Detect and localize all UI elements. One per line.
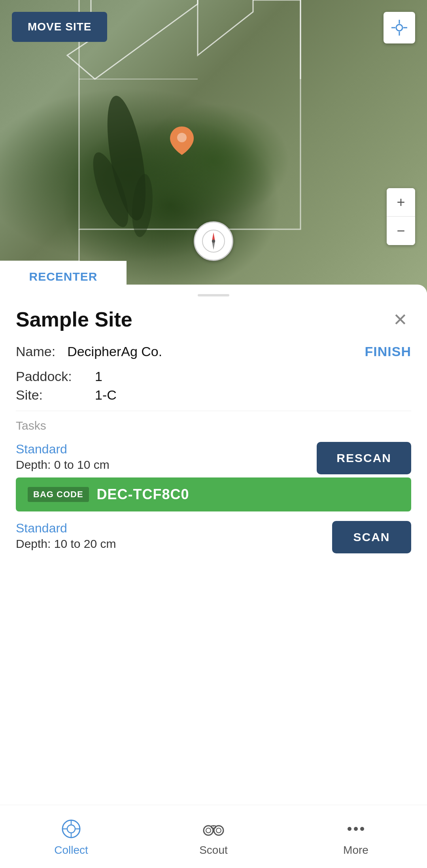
svg-point-21 [206, 828, 211, 833]
task-2-info: Standard Depth: 10 to 20 cm [16, 521, 116, 551]
paddock-row: Paddock: 1 [16, 369, 411, 384]
sheet-header: Sample Site ✕ [16, 308, 411, 331]
nav-scout[interactable]: Scout [142, 805, 285, 868]
task-1-header: Standard Depth: 0 to 10 cm RESCAN [16, 442, 411, 474]
site-label: Site: [16, 387, 95, 403]
svg-point-26 [360, 827, 364, 831]
nav-collect[interactable]: Collect [0, 805, 142, 868]
rescan-button[interactable]: RESCAN [317, 442, 411, 474]
task-2-depth: Depth: 10 to 20 cm [16, 537, 116, 551]
name-row: Name: DecipherAg Co. FINISH [16, 344, 411, 359]
bottom-sheet: Sample Site ✕ Name: DecipherAg Co. FINIS… [0, 285, 427, 805]
move-site-button[interactable]: MOVE SITE [12, 12, 107, 42]
paddock-value: 1 [95, 369, 102, 384]
task-1-type: Standard [16, 442, 110, 457]
task-card-1: Standard Depth: 0 to 10 cm RESCAN BAG CO… [16, 442, 411, 511]
svg-point-24 [348, 827, 351, 831]
task-2-type: Standard [16, 521, 116, 536]
location-button[interactable] [384, 12, 415, 43]
location-icon [390, 18, 409, 37]
sheet-handle [198, 294, 229, 296]
nav-more[interactable]: More [285, 805, 427, 868]
bag-code-bar-1: BAG CODE DEC-TCF8C0 [16, 477, 411, 511]
map-pin [170, 126, 194, 155]
site-value: 1-C [95, 387, 117, 403]
svg-point-22 [216, 828, 221, 833]
sheet-title: Sample Site [16, 308, 132, 331]
map-container: MOVE SITE + − RECENTER [0, 0, 427, 292]
svg-point-14 [67, 825, 75, 833]
svg-point-12 [212, 240, 215, 243]
scout-label: Scout [199, 844, 228, 857]
compass-icon [202, 229, 225, 253]
more-label: More [343, 844, 368, 857]
scan-button[interactable]: SCAN [332, 521, 411, 553]
site-row: Site: 1-C [16, 387, 411, 403]
svg-point-25 [354, 827, 358, 831]
zoom-in-button[interactable]: + [387, 188, 415, 217]
svg-point-8 [177, 133, 187, 142]
bag-code-value-1: DEC-TCF8C0 [97, 486, 189, 503]
tasks-label: Tasks [16, 419, 411, 432]
task-1-depth: Depth: 0 to 10 cm [16, 458, 110, 472]
zoom-out-button[interactable]: − [387, 217, 415, 245]
bag-code-tag-1: BAG CODE [28, 487, 89, 502]
collect-label: Collect [54, 844, 88, 857]
task-card-2: Standard Depth: 10 to 20 cm SCAN [16, 521, 411, 553]
finish-button[interactable]: FINISH [365, 344, 411, 359]
paddock-label: Paddock: [16, 369, 95, 384]
svg-point-3 [396, 25, 402, 31]
more-icon [344, 817, 368, 841]
svg-point-20 [214, 826, 223, 835]
svg-point-19 [204, 826, 213, 835]
collect-icon [59, 817, 83, 841]
name-label: Name: [16, 344, 55, 359]
bottom-nav: Collect Scout More [0, 805, 427, 868]
compass-button[interactable] [194, 221, 233, 261]
task-2-header: Standard Depth: 10 to 20 cm SCAN [16, 521, 411, 553]
zoom-controls: + − [387, 188, 415, 245]
scout-icon [202, 817, 225, 841]
close-button[interactable]: ✕ [389, 308, 411, 330]
name-value: DecipherAg Co. [67, 344, 365, 359]
divider-1 [16, 411, 411, 411]
task-1-info: Standard Depth: 0 to 10 cm [16, 442, 110, 472]
